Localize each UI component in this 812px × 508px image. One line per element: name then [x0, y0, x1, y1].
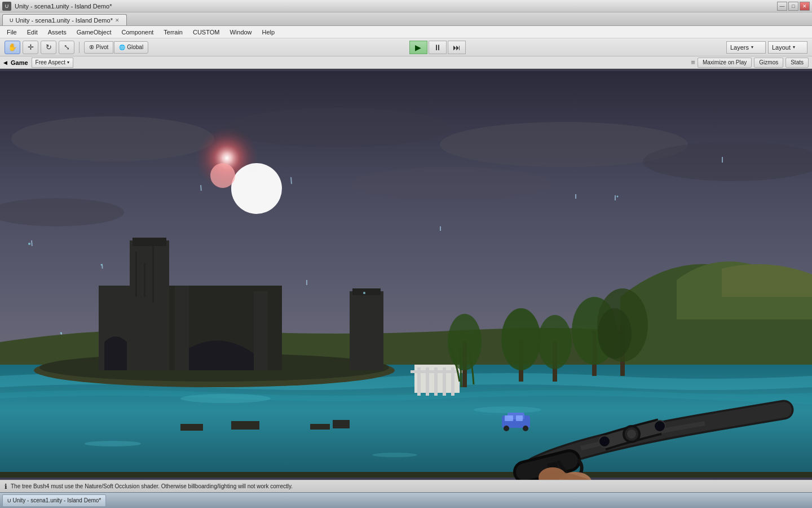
title-bar-text: Unity - scena1.unity - Island Demo* — [15, 3, 112, 10]
svg-point-81 — [363, 292, 365, 294]
aspect-dropdown[interactable]: Free Aspect ▾ — [32, 58, 73, 68]
svg-rect-51 — [443, 367, 446, 396]
svg-rect-49 — [426, 367, 429, 396]
game-viewport[interactable] — [0, 69, 812, 480]
game-label: Game — [11, 59, 28, 66]
menu-custom[interactable]: CUSTOM — [188, 28, 224, 37]
svg-point-58 — [538, 315, 572, 369]
title-bar-controls: — □ ✕ — [777, 2, 810, 11]
svg-rect-45 — [333, 420, 350, 428]
svg-rect-43 — [231, 421, 259, 430]
svg-rect-69 — [505, 415, 513, 421]
maximize-button[interactable]: □ — [788, 2, 798, 11]
svg-point-8 — [231, 163, 282, 214]
main-tab[interactable]: U Unity - scena1.unity - Island Demo* ✕ — [2, 14, 127, 25]
svg-rect-17 — [440, 226, 441, 231]
taskbar: U Unity - scena1.unity - Island Demo* — [0, 492, 812, 508]
global-button[interactable]: 🌐 Global — [114, 41, 148, 54]
maximize-on-play-button[interactable]: Maximize on Play — [698, 58, 752, 68]
layout-label: Layout — [772, 44, 791, 51]
menu-edit[interactable]: Edit — [23, 28, 42, 37]
svg-point-82 — [60, 332, 62, 334]
pivot-label: Pivot — [96, 44, 108, 50]
svg-rect-39 — [254, 291, 268, 370]
svg-rect-70 — [516, 415, 523, 421]
gizmos-button[interactable]: Gizmos — [754, 58, 783, 68]
aspect-label: Free Aspect — [36, 59, 65, 65]
menu-file[interactable]: File — [2, 28, 21, 37]
svg-point-56 — [501, 308, 541, 370]
status-message: The tree Bush4 must use the Nature/Soft … — [11, 483, 293, 489]
tab-close-icon[interactable]: ✕ — [115, 17, 120, 23]
svg-rect-38 — [175, 286, 189, 370]
svg-point-74 — [599, 436, 610, 447]
back-arrow-icon[interactable]: ◀ — [3, 60, 7, 65]
svg-point-28 — [372, 453, 417, 457]
layers-label: Layers — [730, 44, 749, 51]
layers-dropdown[interactable]: Layers ▾ — [726, 41, 766, 54]
layout-dropdown[interactable]: Layout ▾ — [768, 41, 807, 54]
menu-window[interactable]: Window — [225, 28, 256, 37]
svg-rect-23 — [575, 194, 576, 199]
pivot-button[interactable]: ⦿ Pivot — [84, 41, 113, 54]
game-panel-header: ◀ Game Free Aspect ▾ ≡ Maximize on Play … — [0, 56, 812, 69]
hand-tool-button[interactable]: ✋ — [5, 41, 20, 54]
svg-point-26 — [474, 406, 541, 413]
svg-rect-48 — [417, 367, 421, 396]
taskbar-unity-icon: U — [7, 498, 11, 503]
svg-point-75 — [654, 421, 665, 432]
step-button[interactable]: ⏭ — [448, 41, 466, 54]
scene-svg — [0, 69, 812, 480]
menu-gameobject[interactable]: GameObject — [72, 28, 116, 37]
tab-bar: U Unity - scena1.unity - Island Demo* ✕ — [0, 12, 812, 26]
rotate-tool-button[interactable]: ↻ — [41, 41, 56, 54]
play-button[interactable]: ▶ — [409, 41, 427, 54]
svg-point-9 — [210, 163, 235, 188]
svg-rect-44 — [310, 424, 330, 430]
svg-point-79 — [28, 243, 30, 245]
svg-rect-64 — [0, 472, 812, 478]
svg-rect-34 — [144, 263, 145, 297]
taskbar-unity-button[interactable]: U Unity - scena1.unity - Island Demo* — [2, 494, 106, 507]
svg-point-80 — [101, 264, 103, 266]
aspect-chevron: ▾ — [67, 60, 69, 65]
play-controls: ▶ ⏸ ⏭ — [151, 41, 724, 54]
toolbar-separator-1 — [79, 42, 80, 53]
menu-assets[interactable]: Assets — [43, 28, 71, 37]
svg-rect-40 — [350, 291, 383, 370]
minimize-button[interactable]: — — [777, 2, 787, 11]
unity-icon: U — [2, 2, 11, 11]
menu-bar: File Edit Assets GameObject Component Te… — [0, 26, 812, 38]
menu-component[interactable]: Component — [117, 28, 158, 37]
move-tool-button[interactable]: ✛ — [23, 41, 38, 54]
pause-button[interactable]: ⏸ — [429, 41, 447, 54]
title-bar: U Unity - scena1.unity - Island Demo* — … — [0, 0, 812, 12]
layers-chevron: ▾ — [751, 45, 753, 50]
svg-rect-20 — [722, 157, 723, 163]
scale-tool-button[interactable]: ⤡ — [59, 41, 74, 54]
svg-point-73 — [627, 430, 636, 439]
tab-icon: U — [10, 17, 14, 23]
global-icon: 🌐 — [119, 45, 125, 50]
menu-terrain[interactable]: Terrain — [159, 28, 187, 37]
maximize-on-play-label: Maximize on Play — [703, 59, 747, 65]
svg-rect-42 — [180, 424, 203, 431]
menu-help[interactable]: Help — [258, 28, 280, 37]
game-header-right: ≡ Maximize on Play Gizmos Stats — [691, 58, 809, 68]
settings-icon: ≡ — [691, 58, 695, 67]
game-header-left: ◀ Game Free Aspect ▾ — [3, 58, 73, 68]
svg-point-67 — [504, 426, 509, 431]
status-icon: ℹ — [5, 483, 7, 491]
svg-rect-41 — [352, 288, 381, 295]
stats-button[interactable]: Stats — [785, 58, 809, 68]
svg-rect-50 — [434, 367, 438, 396]
close-button[interactable]: ✕ — [800, 2, 810, 11]
layout-chevron: ▾ — [793, 45, 795, 50]
svg-rect-32 — [133, 238, 166, 246]
global-label: Global — [127, 44, 143, 50]
toolbar: ✋ ✛ ↻ ⤡ ⦿ Pivot 🌐 Global ▶ ⏸ ⏭ Layers ▾ … — [0, 38, 812, 56]
svg-point-27 — [85, 441, 141, 446]
svg-point-54 — [448, 314, 482, 370]
svg-point-25 — [180, 394, 271, 403]
svg-rect-15 — [306, 280, 307, 285]
